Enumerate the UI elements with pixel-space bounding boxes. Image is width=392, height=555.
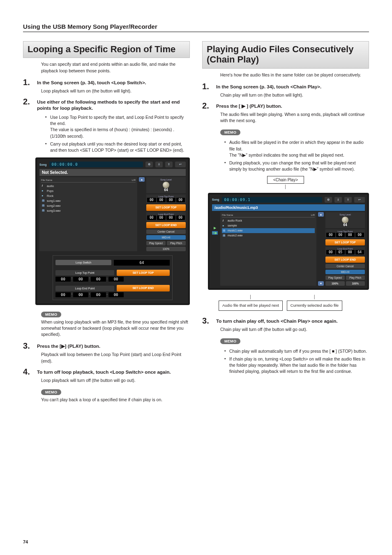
step-number: 1 [202,82,216,90]
set-loop-end-button[interactable]: SET LOOP END [146,222,186,228]
step-number: 4 [23,368,37,376]
audio-icon [42,204,45,207]
audio-icon [42,209,45,212]
col-header: File Name [41,179,52,181]
step-sub: Loop playback will turn off (the button … [41,377,190,384]
scroll-up-button[interactable]: ▲ [139,177,145,182]
mid-hi[interactable]: MID-HI [146,235,186,240]
file-name: song1.wav [47,199,60,202]
return-icon[interactable]: ↩ [175,162,186,167]
memo-text: You can't play back a loop of a specifie… [41,397,190,403]
file-list[interactable]: File NameL/R audio Rock sample music1.wa… [220,212,316,286]
utility-button[interactable]: ⚙ [325,197,332,203]
song-level-value: 64 [327,223,364,227]
step-title: In the Song screen (p. 34), touch <Chain… [216,82,321,90]
left-column: Looping a Specific Region of Time You ca… [23,41,190,407]
file-name: audio Rock [228,219,242,222]
page-header: Using the USB Memory Song Player/Recorde… [23,23,369,32]
loop-value: 64 [114,260,170,266]
folder-icon [42,189,45,192]
system-write-button[interactable]: ⇩ [334,197,342,203]
step-sub: Chain play will turn off (the button wil… [220,326,369,333]
v-link-button[interactable]: ⇧ [344,197,352,203]
memo-bullet: During playback, you can change the song… [224,160,369,172]
file-name: song3.wav [47,209,60,212]
play-speed[interactable]: Play Speed [325,275,345,280]
scroll-up-button[interactable]: ▲ [318,212,324,217]
arrow-up-icon: │ [219,295,283,299]
section-title-looping: Looping a Specific Region of Time [23,41,190,58]
percent-value: 100% [146,247,186,251]
loop-popup: Loop Switch 64 Loop Top Point SET LOOP T… [53,255,173,300]
memo-bullet: If chain play is on, turning <Loop Switc… [224,356,369,375]
step-title: To turn chain play off, touch <Chain Pla… [216,317,338,325]
step-number: 3 [202,317,216,325]
level-knob[interactable] [342,217,348,223]
step-title: Press the [ ▶ ] (PLAY) button. [216,102,282,110]
file-list[interactable]: File NameL/R audio Pops Rock song1.wav s… [39,177,137,251]
song-level-panel: Song Level64 [146,177,186,193]
file-name: sample [228,224,237,227]
loop-end-point-button[interactable]: Loop End Point [55,286,114,291]
audio-icon [223,229,226,232]
right-intro: Here's how the audio files in the same f… [220,72,369,78]
step-number: 2 [202,102,216,110]
section-title-chain: Playing Audio Files Consecutively (Chain… [202,41,369,69]
memo-text: When using loop playback with an MP3 fil… [41,319,190,338]
file-name: music2.wav [228,234,243,237]
memo-badge: MEMO [41,389,61,395]
callout-current-file: Currently selected audio file [287,301,342,310]
center-cancel[interactable]: Center Cancel [325,264,365,268]
file-path: /audio/Rock/music1.mp3 [212,204,365,211]
set-loop-top-button[interactable]: SET LOOP TOP [325,239,365,245]
set-loop-top-button[interactable]: SET LOOP TOP [117,270,170,276]
playing-indicator-icon: ▶ [212,226,218,230]
up-icon [223,219,226,222]
file-name: music1.wav [228,229,243,232]
folder-icon [223,224,226,227]
file-name: song2.wav [47,204,60,207]
time-display: 00:00:09.1 [222,197,323,203]
memo-bullet: Chain play will automatically turn off i… [224,348,369,354]
song-level-label: Song Level [327,213,364,216]
set-loop-top-button[interactable]: SET LOOP TOP [146,204,186,210]
step-title: To turn off loop playback, touch <Loop S… [37,368,171,376]
play-speed[interactable]: Play Speed [146,241,166,245]
audio-icon [42,199,45,202]
col-header: L/R [132,179,136,181]
song-level-value: 64 [148,188,184,192]
speed-value: 100% [325,281,345,286]
play-pitch[interactable]: Play Pitch [167,241,186,245]
memo-badge: MEMO [220,130,240,135]
system-write-button[interactable]: ⇩ [155,162,163,167]
step-sub: Playback will loop between the Loop Top … [41,352,190,364]
play-pitch[interactable]: Play Pitch [346,275,365,280]
scroll-down-button[interactable]: ▼ [318,281,324,286]
step-number: 1 [23,78,37,86]
arrow-down-icon: │ [202,185,369,189]
audio-icon [223,234,226,237]
step-sub: Loop playback will turn on (the button w… [41,88,190,94]
song-screen-mock-loop: Song 00:00:00.0 ⚙ ⇩ ⇧ ↩ Not Selected. Fi… [35,157,190,305]
loop-switch-button[interactable]: Loop Switch [55,260,111,265]
v-link-button[interactable]: ⇧ [165,162,173,167]
file-name: audio [47,185,54,187]
loop-top-point-button[interactable]: Loop Top Point [55,270,114,275]
memo-badge: MEMO [41,312,61,317]
step-title: Use either of the following methods to s… [37,97,190,112]
chain-play-callout-label: <Chain Play> [267,176,304,184]
file-name: Rock [47,194,53,197]
return-icon[interactable]: ↩ [354,197,365,203]
step-sub: Chain play will turn on (the button will… [220,92,369,98]
set-loop-end-button[interactable]: SET LOOP END [117,285,170,291]
mid-hi[interactable]: MID-HI [325,270,365,274]
set-loop-end-button[interactable]: SET LOOP END [325,257,365,263]
utility-button[interactable]: ⚙ [145,162,153,167]
memo-bullet: Audio files will be played in the order … [224,139,369,158]
arrow-up-icon: │ [287,295,342,299]
song-screen-mock-chain: Song 00:00:09.1 ⚙ ⇩ ⇧ ↩ /audio/Rock/musi… [208,193,369,290]
col-header: File Name [222,214,233,216]
level-knob[interactable] [163,182,169,188]
center-cancel[interactable]: Center Cancel [146,229,186,234]
step-title: In the Song screen (p. 34), touch <Loop … [37,78,146,86]
